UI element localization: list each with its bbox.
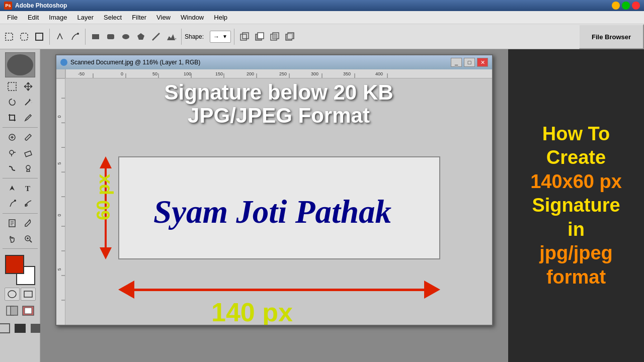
svg-point-32 [14, 200, 16, 202]
polygon-tool-btn[interactable] [134, 30, 148, 44]
menu-image[interactable]: Image [44, 12, 72, 23]
magic-wand-tool[interactable] [21, 95, 36, 110]
intersect-btn[interactable] [268, 30, 282, 44]
tool-separator-4 [3, 248, 38, 249]
menu-layer[interactable]: Layer [72, 12, 99, 23]
tool-separator-2 [3, 178, 38, 178]
menu-filter[interactable]: Filter [127, 12, 151, 23]
healing-brush-tool[interactable] [5, 130, 20, 145]
shape-mode-tools [5, 288, 36, 301]
right-panel: How To Create 140x60 px Signature in jpg… [508, 49, 644, 362]
tool-separator-3 [3, 213, 38, 214]
line-tool-btn[interactable] [149, 30, 163, 44]
menu-help[interactable]: Help [209, 12, 232, 23]
dodge-tool[interactable] [21, 161, 36, 176]
svg-line-39 [30, 240, 32, 242]
rect-outline-btn[interactable] [21, 288, 36, 301]
svg-rect-11 [243, 33, 249, 39]
svg-rect-47 [25, 308, 32, 314]
clone-stamp-tool[interactable] [5, 145, 20, 160]
document-main-title: Signature below 20 KB JPG/JPEG Format [70, 81, 487, 127]
label-140px: 140 px [211, 297, 293, 325]
subtract-btn[interactable] [253, 30, 267, 44]
custom-shape-btn[interactable] [164, 30, 178, 44]
doc-minimize-btn[interactable]: _ [451, 58, 462, 67]
rect-shape-btn[interactable] [32, 30, 46, 44]
document-window: Scanned Document.jpg @ 116% (Layer 1, RG… [55, 54, 493, 326]
toolbar-sep-1 [49, 29, 50, 45]
view-tools [0, 321, 44, 336]
toolbar-sep-3 [181, 29, 182, 45]
pen-tools-left [5, 196, 36, 211]
brush-thumbnail [5, 52, 35, 77]
doc-maximize-btn[interactable]: □ [464, 58, 475, 67]
maximize-btn[interactable] [622, 2, 630, 10]
foreground-color-swatch[interactable] [5, 255, 24, 274]
freeform-pen-btn[interactable] [68, 30, 82, 44]
file-browser-button[interactable]: File Browser [579, 24, 644, 49]
svg-text:150: 150 [215, 71, 223, 76]
doc-close-btn[interactable]: ✕ [477, 58, 488, 67]
eyedropper-tool[interactable] [21, 110, 36, 125]
canvas-area: Scanned Document.jpg @ 116% (Layer 1, RG… [40, 49, 508, 362]
svg-rect-5 [107, 34, 114, 39]
crop-tool[interactable] [5, 110, 20, 125]
quick-mask-on-btn[interactable] [21, 303, 36, 318]
svg-rect-48 [0, 324, 10, 333]
svg-rect-29 [24, 151, 31, 157]
path-selection-tool[interactable] [5, 180, 20, 196]
quick-mask-off-btn[interactable] [5, 303, 20, 318]
lasso-tool[interactable] [5, 95, 20, 110]
arrow-head-up [100, 156, 112, 168]
eyedropper-tool-2[interactable] [21, 216, 36, 231]
app-icon: Ps [4, 2, 12, 10]
menu-select[interactable]: Select [99, 12, 127, 23]
arrow-head-left [118, 281, 134, 299]
rounded-rect-tool-btn[interactable] [104, 30, 118, 44]
svg-point-6 [122, 34, 129, 39]
menu-edit[interactable]: Edit [23, 12, 44, 23]
svg-rect-45 [11, 306, 18, 315]
stamp-tools [5, 145, 36, 160]
shape-dropdown[interactable]: → ▼ [210, 31, 231, 43]
svg-text:T: T [25, 185, 30, 193]
ellipse-tool-btn[interactable] [119, 30, 133, 44]
full-screen-menu-btn[interactable] [13, 321, 28, 336]
new-layer-btn[interactable] [237, 30, 252, 44]
lasso-tools [5, 95, 36, 110]
shape-label: Shape: [185, 33, 204, 40]
svg-line-24 [31, 102, 32, 103]
eraser-tool[interactable] [21, 145, 36, 160]
exclude-btn[interactable] [283, 30, 297, 44]
rect-tool-btn[interactable] [89, 30, 103, 44]
notes-tool[interactable] [5, 216, 20, 231]
pen-tool-left[interactable] [5, 196, 20, 211]
hand-tool[interactable] [5, 231, 20, 246]
menu-file[interactable]: File [2, 12, 23, 23]
move-tool[interactable] [21, 79, 36, 94]
ellipse-outline-btn[interactable] [5, 288, 20, 301]
svg-text:5: 5 [57, 162, 62, 165]
type-tool[interactable]: T [21, 180, 36, 196]
pen-tool-btn[interactable] [53, 30, 67, 44]
svg-point-28 [10, 150, 14, 154]
menu-view[interactable]: View [151, 12, 176, 23]
close-btn[interactable] [632, 2, 640, 10]
minimize-btn[interactable] [612, 2, 620, 10]
shape-option-group: Shape: → ▼ [185, 31, 231, 43]
document-window-buttons: _ □ ✕ [451, 58, 488, 67]
freeform-pen-tool-left[interactable] [21, 196, 36, 211]
rect-marquee-tool-btn[interactable] [2, 30, 16, 44]
hand-tools [5, 231, 36, 246]
brush-tool[interactable] [21, 130, 36, 145]
tutorial-line1: How To [530, 122, 622, 146]
smudge-tool[interactable] [5, 161, 20, 176]
std-screen-btn[interactable] [0, 321, 12, 336]
menu-window[interactable]: Window [176, 12, 209, 23]
marquee-tool[interactable] [5, 79, 20, 94]
zoom-tool[interactable] [21, 231, 36, 246]
rounded-marquee-tool-btn[interactable] [17, 30, 31, 44]
svg-rect-1 [21, 33, 28, 40]
arrow-head-right [424, 281, 440, 299]
svg-text:350: 350 [343, 71, 351, 76]
